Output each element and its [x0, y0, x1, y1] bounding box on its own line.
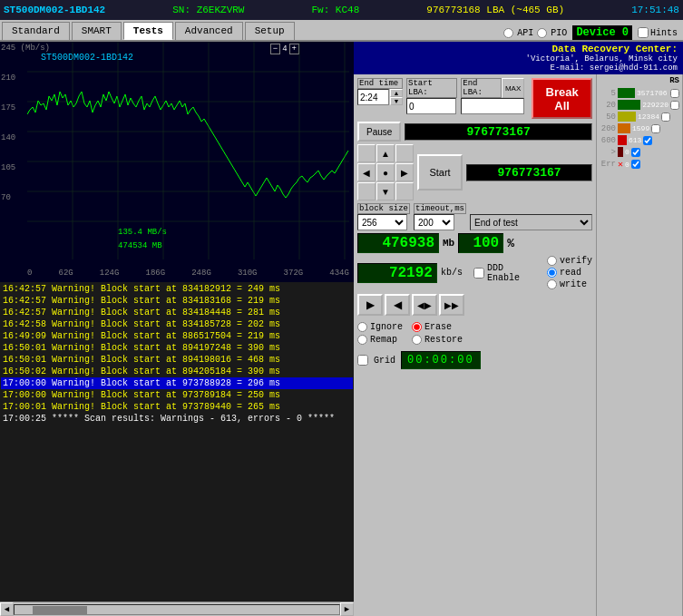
play-button[interactable]: ▶: [357, 294, 383, 316]
mb-unit: Mb: [443, 238, 454, 249]
rs-check-gt[interactable]: [631, 148, 640, 157]
log-row: 17:00:01 Warning! Block start at 9737894…: [1, 401, 353, 413]
y-label-210: 210: [1, 73, 15, 83]
rs-val-600: 613: [629, 136, 641, 144]
drc-title: Data Recovery Center:: [526, 44, 678, 54]
rs-bar-200: [618, 123, 630, 133]
rs-check-600[interactable]: [643, 136, 652, 145]
max-button[interactable]: MAX: [502, 78, 524, 98]
tab-standard[interactable]: Standard: [2, 22, 70, 40]
mb-display: 476938: [357, 233, 439, 253]
rs-check-50[interactable]: [661, 112, 670, 122]
log-row: 16:49:09 Warning! Block start at 8865175…: [1, 330, 353, 342]
ddd-enable-checkbox[interactable]: [473, 268, 484, 279]
write-label: write: [560, 279, 587, 289]
scroll-left-arrow[interactable]: ◀: [0, 602, 14, 616]
graph-area: 245 (Mb/s) 210 175 140 105 70 ST500DM002…: [0, 42, 354, 282]
rs-bar-600: [618, 135, 627, 145]
nav-up[interactable]: ▲: [376, 144, 395, 162]
pio-label: PIO: [551, 28, 567, 38]
horizontal-scrollbar[interactable]: ◀ ▶: [0, 601, 354, 616]
restore-label: Restore: [424, 335, 463, 345]
rs-row-50: 50 12384: [600, 112, 679, 122]
tabs-row: Standard SMART Tests Advanced Setup API …: [0, 20, 683, 42]
rs-label-200: 200: [600, 124, 616, 133]
left-panel: 245 (Mb/s) 210 175 140 105 70 ST500DM002…: [0, 42, 354, 616]
rs-check-err[interactable]: [631, 160, 640, 169]
pio-radio[interactable]: [537, 28, 547, 38]
start-lba-input[interactable]: [406, 98, 456, 114]
nav-down[interactable]: ▼: [376, 182, 395, 200]
hints-checkbox[interactable]: [638, 27, 649, 38]
write-radio[interactable]: [547, 279, 557, 289]
titlebar: ST500DM002-1BD142 SN: Z6EKZVRW Fw: KC48 …: [0, 0, 683, 20]
rs-label-50: 50: [600, 112, 616, 122]
timeout-select[interactable]: 200: [414, 214, 454, 230]
log-area[interactable]: 16:42:57 Warning! Block start at 8341829…: [0, 282, 354, 601]
api-radio[interactable]: [503, 28, 513, 38]
end-time-label: End time: [357, 78, 403, 89]
rs-check-200[interactable]: [651, 124, 660, 133]
log-row: 16:42:57 Warning! Block start at 8341844…: [1, 307, 353, 318]
start-lba-label: Start LBA:: [406, 78, 457, 98]
back-button[interactable]: ◀: [385, 294, 410, 316]
skip-back-button[interactable]: ◀▶: [412, 294, 437, 316]
skip-fwd-button[interactable]: ▶▶: [439, 294, 464, 316]
nav-upleft[interactable]: [357, 144, 376, 162]
erase-radio[interactable]: [412, 322, 422, 332]
nav-downleft[interactable]: [357, 182, 376, 200]
rs-bar-5: [618, 88, 635, 98]
rs-row-20: 20 229220: [600, 100, 679, 110]
rs-check-20[interactable]: [670, 101, 679, 110]
restore-radio[interactable]: [412, 335, 422, 345]
verify-radio[interactable]: [547, 256, 557, 266]
tab-smart[interactable]: SMART: [72, 22, 122, 40]
erase-label: Erase: [424, 322, 452, 332]
grid-checkbox[interactable]: [357, 355, 368, 366]
rs-check-5[interactable]: [670, 89, 679, 98]
lba-display-2: 976773167: [466, 164, 592, 181]
break-all-button[interactable]: Break All: [532, 78, 592, 119]
rs-err-icon: ✕: [618, 159, 623, 170]
read-label: read: [560, 268, 581, 278]
lba-info: 976773168 LBA (~465 GB): [426, 5, 564, 15]
tab-advanced[interactable]: Advanced: [175, 22, 243, 40]
nav-upright[interactable]: [395, 144, 414, 162]
block-size-select[interactable]: 256: [357, 214, 407, 230]
nav-downright[interactable]: [395, 182, 414, 200]
system-time: 17:51:48: [631, 5, 679, 15]
y-label-140: 140: [1, 133, 15, 142]
read-radio[interactable]: [547, 268, 557, 278]
nav-right[interactable]: ▶: [395, 163, 414, 181]
tab-tests[interactable]: Tests: [123, 22, 173, 40]
pause-button[interactable]: Pause: [357, 122, 401, 142]
scroll-track[interactable]: [14, 604, 340, 615]
rs-label-20: 20: [600, 101, 616, 110]
nav-left[interactable]: ◀: [357, 163, 376, 181]
start-button[interactable]: Start: [417, 154, 463, 191]
pct-unit: %: [507, 237, 514, 250]
scroll-right-arrow[interactable]: ▶: [340, 602, 354, 616]
speed-display: 72192: [357, 263, 437, 283]
end-time-input[interactable]: [357, 89, 389, 105]
grid-label: Grid: [374, 356, 395, 366]
rs-row-5: 5 3571706: [600, 88, 679, 98]
log-row: 16:42:58 Warning! Block start at 8341857…: [1, 318, 353, 330]
rs-val-err: 0: [625, 161, 629, 169]
end-time-down[interactable]: ▼: [390, 97, 403, 105]
nav-arrows: ▲ ◀ ● ▶ ▼: [357, 144, 414, 200]
end-time-up[interactable]: ▲: [390, 89, 403, 97]
end-lba-input[interactable]: [461, 98, 524, 114]
drive-id: ST500DM002-1BD142: [4, 5, 105, 15]
rs-bar-gt: [618, 147, 623, 157]
scroll-thumb[interactable]: [33, 606, 87, 615]
log-row: 17:00:25 ***** Scan results: Warnings - …: [1, 413, 353, 425]
tab-setup[interactable]: Setup: [245, 22, 295, 40]
rs-row-gt: > 0: [600, 147, 679, 157]
ignore-radio[interactable]: [357, 322, 367, 332]
ddd-enable-label: DDD Enable: [487, 263, 540, 283]
api-label: API: [517, 28, 533, 38]
status-select[interactable]: End of test: [470, 214, 592, 230]
nav-center[interactable]: ●: [376, 163, 395, 181]
remap-radio[interactable]: [357, 335, 367, 345]
